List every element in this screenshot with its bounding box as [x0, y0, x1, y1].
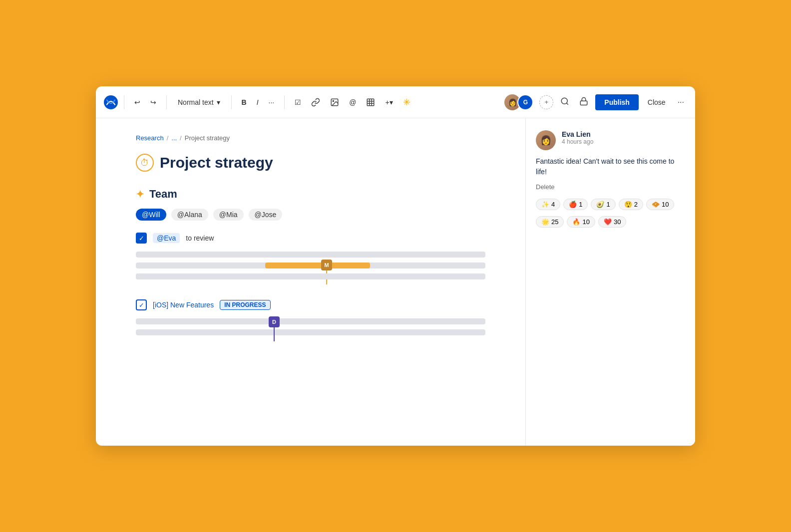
- delete-link[interactable]: Delete: [536, 183, 685, 191]
- link-button[interactable]: [307, 95, 324, 110]
- close-button[interactable]: Close: [643, 95, 671, 109]
- reaction-fire[interactable]: 🔥 10: [567, 216, 595, 228]
- gantt-area-1: M: [136, 252, 485, 291]
- text-style-dropdown[interactable]: Normal text ▾: [173, 95, 225, 109]
- gantt-bar-row3: [136, 273, 321, 279]
- comment-panel: 👩 Eva Lien 4 hours ago Fantastic idea! C…: [525, 118, 695, 446]
- task-row: ✓ @Eva to review: [136, 233, 485, 244]
- gantt-bar-row2-yellow: [265, 263, 370, 268]
- bold-button[interactable]: B: [238, 95, 251, 109]
- task-text: to review: [186, 234, 214, 242]
- reaction-star[interactable]: 🌟 25: [536, 216, 564, 228]
- mention-jose[interactable]: @Jose: [249, 209, 283, 221]
- reaction-heart[interactable]: ❤️ 30: [598, 216, 626, 228]
- svg-rect-3: [368, 99, 375, 106]
- breadcrumb-current: Project strategy: [185, 134, 230, 142]
- insert-button[interactable]: +▾: [381, 95, 396, 109]
- team-heading: ✦ Team: [136, 188, 485, 201]
- comment-header: 👩 Eva Lien 4 hours ago: [536, 130, 685, 150]
- reaction-apple[interactable]: 🍎 1: [563, 199, 588, 210]
- more-options-button[interactable]: ···: [675, 95, 687, 110]
- reaction-avocado-emoji: 🥑: [596, 201, 604, 208]
- breadcrumb: Research / ... / Project strategy: [136, 134, 485, 142]
- in-progress-badge: IN PROGRESS: [220, 300, 270, 310]
- feature-link[interactable]: [iOS] New Features: [153, 301, 214, 309]
- content-area: Research / ... / Project strategy ⏱ Proj…: [96, 118, 695, 446]
- main-window: ↩ ↪ Normal text ▾ B I ··· ☑ @: [96, 86, 695, 446]
- undo-button[interactable]: ↩: [130, 95, 144, 109]
- page-title: Project strategy: [160, 154, 273, 171]
- search-button[interactable]: [557, 94, 572, 111]
- reaction-waffle-emoji: 🧇: [652, 201, 660, 208]
- page-title-row: ⏱ Project strategy: [136, 154, 485, 172]
- reaction-sparkle-count: 4: [551, 201, 555, 208]
- task-button[interactable]: ☑: [291, 95, 305, 109]
- reaction-fire-emoji: 🔥: [572, 218, 580, 226]
- commenter-info: Eva Lien 4 hours ago: [562, 130, 593, 145]
- task-mention[interactable]: @Eva: [153, 233, 180, 243]
- reaction-avocado[interactable]: 🥑 1: [591, 199, 615, 210]
- editor[interactable]: Research / ... / Project strategy ⏱ Proj…: [96, 118, 525, 446]
- mention-button[interactable]: @: [345, 95, 360, 109]
- svg-point-0: [104, 95, 118, 109]
- mention-alana[interactable]: @Alana: [171, 209, 208, 221]
- text-style-arrow: ▾: [217, 98, 220, 106]
- task-checkbox[interactable]: ✓: [136, 233, 147, 244]
- publish-button[interactable]: Publish: [595, 94, 639, 110]
- toolbar-divider-3: [231, 95, 232, 109]
- feature-checkbox[interactable]: ✓: [136, 299, 147, 310]
- mention-will[interactable]: @Will: [136, 209, 166, 221]
- reaction-heart-emoji: ❤️: [604, 218, 612, 226]
- reaction-waffle[interactable]: 🧇 10: [646, 199, 674, 210]
- sparkle-icon: ✦: [136, 188, 144, 200]
- confluence-logo[interactable]: [104, 95, 118, 109]
- toolbar-divider-1: [124, 95, 124, 109]
- breadcrumb-ellipsis[interactable]: ...: [171, 134, 177, 142]
- redo-button[interactable]: ↪: [146, 95, 160, 109]
- svg-line-9: [567, 103, 568, 104]
- table-button[interactable]: [362, 95, 379, 110]
- svg-point-2: [333, 100, 334, 101]
- reaction-sparkle-emoji: ✨: [541, 201, 549, 208]
- ai-button[interactable]: ✳: [399, 94, 414, 111]
- reaction-wow-count: 2: [634, 201, 638, 208]
- text-style-label: Normal text: [178, 98, 214, 106]
- commenter-name: Eva Lien: [562, 130, 593, 138]
- breadcrumb-root[interactable]: Research: [136, 134, 164, 142]
- gantt-bar-full: [136, 252, 485, 258]
- reaction-star-count: 25: [551, 218, 558, 226]
- marker-d: D: [269, 316, 280, 327]
- image-button[interactable]: [326, 95, 343, 110]
- team-label: Team: [149, 188, 177, 201]
- reactions-row-1: ✨ 4 🍎 1 🥑 1 😲 2 🧇 10: [536, 199, 685, 210]
- page-icon: ⏱: [136, 154, 154, 172]
- reaction-waffle-count: 10: [662, 201, 669, 208]
- toolbar: ↩ ↪ Normal text ▾ B I ··· ☑ @: [96, 86, 695, 118]
- feature-row: ✓ [iOS] New Features IN PROGRESS: [136, 299, 485, 310]
- add-collaborator-button[interactable]: +: [539, 95, 553, 109]
- reaction-sparkle[interactable]: ✨ 4: [536, 199, 560, 210]
- reaction-wow[interactable]: 😲 2: [619, 199, 643, 210]
- toolbar-divider-4: [284, 95, 285, 109]
- gantt2-bar1: [136, 318, 485, 324]
- reaction-apple-emoji: 🍎: [569, 201, 577, 208]
- svg-rect-10: [581, 101, 588, 105]
- comment-time: 4 hours ago: [562, 138, 593, 145]
- avatar-g: G: [517, 94, 533, 110]
- lock-button[interactable]: [576, 94, 591, 111]
- marker-d-line: [274, 327, 275, 341]
- commenter-avatar: 👩: [536, 130, 556, 150]
- reaction-avocado-count: 1: [606, 201, 610, 208]
- mentions-list: @Will @Alana @Mia @Jose: [136, 209, 485, 221]
- reactions-row-2: 🌟 25 🔥 10 ❤️ 30: [536, 216, 685, 228]
- mention-mia[interactable]: @Mia: [213, 209, 244, 221]
- comment-text: Fantastic idea! Can't wait to see this c…: [536, 156, 685, 177]
- toolbar-divider-2: [166, 95, 167, 109]
- breadcrumb-sep2: /: [180, 134, 182, 142]
- avatar-group: 👩 G: [504, 94, 533, 110]
- italic-button[interactable]: I: [253, 95, 263, 109]
- gantt-area-2: D: [136, 318, 485, 348]
- reaction-wow-emoji: 😲: [624, 201, 632, 208]
- more-format-button[interactable]: ···: [265, 95, 279, 109]
- gantt2-bar2: [136, 329, 485, 335]
